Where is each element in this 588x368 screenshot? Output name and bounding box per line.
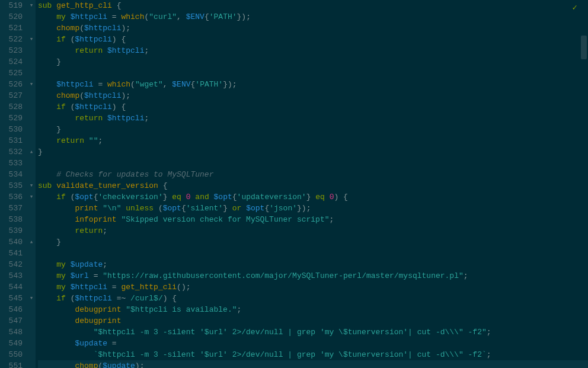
code-line[interactable]: return; — [38, 225, 588, 236]
code-line[interactable]: my $update; — [38, 259, 588, 270]
code-line[interactable] — [38, 248, 588, 259]
line-number: 524 — [0, 56, 23, 68]
fold-marker[interactable]: ▾ — [27, 293, 36, 304]
code-line[interactable]: debugprint — [38, 315, 588, 327]
code-line[interactable]: if ($opt{'checkversion'} eq 0 and $opt{'… — [38, 191, 588, 203]
fold-marker[interactable]: ▾ — [27, 180, 36, 191]
line-number: 525 — [0, 68, 23, 79]
line-number: 547 — [0, 315, 23, 327]
fold-marker — [27, 169, 36, 180]
line-number: 536 — [0, 191, 23, 203]
code-line[interactable]: if ($httpcli) { — [38, 101, 588, 113]
code-line[interactable]: chomp($httpcli); — [38, 90, 588, 101]
line-number: 527 — [0, 90, 23, 101]
line-number: 529 — [0, 113, 23, 124]
line-number: 545 — [0, 293, 23, 304]
code-line[interactable]: print "\n" unless ($opt{'silent'} or $op… — [38, 203, 588, 214]
fold-marker — [27, 158, 36, 169]
fold-marker[interactable]: ▴ — [27, 146, 36, 158]
status-ok-icon: ✓ — [573, 2, 577, 12]
code-editor[interactable]: 5195205215225235245255265275285295305315… — [0, 0, 588, 368]
line-number: 532 — [0, 146, 23, 158]
fold-marker[interactable]: ▾ — [27, 79, 36, 90]
fold-marker[interactable]: ▾ — [27, 191, 36, 203]
line-number-gutter: 5195205215225235245255265275285295305315… — [0, 0, 27, 368]
code-line[interactable]: $update = — [38, 338, 588, 349]
code-line[interactable]: chomp($httpcli); — [38, 23, 588, 34]
line-number: 520 — [0, 11, 23, 23]
code-line[interactable]: return ""; — [38, 135, 588, 146]
code-line[interactable]: sub get_http_cli { — [38, 0, 588, 11]
line-number: 533 — [0, 158, 23, 169]
line-number: 531 — [0, 135, 23, 146]
code-line[interactable]: debugprint "$httpcli is available."; — [38, 304, 588, 315]
code-line[interactable]: sub validate_tuner_version { — [38, 180, 588, 191]
line-number: 534 — [0, 169, 23, 180]
code-line[interactable]: "$httpcli -m 3 -silent '$url' 2>/dev/nul… — [38, 327, 588, 338]
line-number: 539 — [0, 225, 23, 236]
code-line[interactable]: } — [38, 56, 588, 68]
code-line[interactable]: `$httpcli -m 3 -silent '$url' 2>/dev/nul… — [38, 349, 588, 360]
fold-marker — [27, 113, 36, 124]
fold-marker — [27, 225, 36, 236]
line-number: 550 — [0, 349, 23, 360]
fold-marker[interactable]: ▾ — [27, 34, 36, 45]
fold-marker — [27, 90, 36, 101]
fold-marker — [27, 259, 36, 270]
line-number: 537 — [0, 203, 23, 214]
fold-marker — [27, 45, 36, 56]
line-number: 526 — [0, 79, 23, 90]
code-area[interactable]: sub get_http_cli { my $httpcli = which("… — [36, 0, 588, 368]
code-line[interactable]: infoprint "Skipped version check for MyS… — [38, 214, 588, 225]
code-line[interactable]: return $httpcli; — [38, 113, 588, 124]
vertical-scrollbar[interactable] — [581, 36, 587, 59]
fold-marker — [27, 360, 36, 368]
fold-marker — [27, 11, 36, 23]
fold-marker — [27, 270, 36, 281]
line-number: 530 — [0, 124, 23, 135]
line-number: 549 — [0, 338, 23, 349]
fold-marker[interactable]: ▴ — [27, 236, 36, 248]
line-number: 544 — [0, 281, 23, 293]
fold-marker — [27, 214, 36, 225]
line-number: 521 — [0, 23, 23, 34]
line-number: 548 — [0, 327, 23, 338]
line-number: 546 — [0, 304, 23, 315]
fold-marker — [27, 304, 36, 315]
fold-marker — [27, 68, 36, 79]
line-number: 538 — [0, 214, 23, 225]
code-line[interactable]: if ($httpcli =~ /curl$/) { — [38, 293, 588, 304]
fold-marker — [27, 203, 36, 214]
code-line[interactable]: $httpcli = which("wget", $ENV{'PATH'}); — [38, 79, 588, 90]
line-number: 528 — [0, 101, 23, 113]
fold-marker — [27, 327, 36, 338]
code-line[interactable]: } — [38, 236, 588, 248]
code-line[interactable]: return $httpcli; — [38, 45, 588, 56]
line-number: 535 — [0, 180, 23, 191]
code-line[interactable] — [38, 158, 588, 169]
fold-marker — [27, 315, 36, 327]
fold-marker — [27, 281, 36, 293]
fold-marker — [27, 338, 36, 349]
code-line[interactable] — [38, 68, 588, 79]
code-line[interactable]: } — [38, 124, 588, 135]
line-number: 551 — [0, 360, 23, 368]
line-number: 523 — [0, 45, 23, 56]
code-line[interactable]: my $httpcli = get_http_cli(); — [38, 281, 588, 293]
fold-marker[interactable]: ▾ — [27, 0, 36, 11]
line-number: 519 — [0, 0, 23, 11]
code-line[interactable]: chomp($update); — [38, 360, 588, 368]
line-number: 542 — [0, 259, 23, 270]
fold-marker — [27, 101, 36, 113]
fold-marker — [27, 23, 36, 34]
line-number: 541 — [0, 248, 23, 259]
fold-column[interactable]: ▾▾▾▴▾▾▴▾ — [27, 0, 36, 368]
fold-marker — [27, 349, 36, 360]
line-number: 522 — [0, 34, 23, 45]
code-line[interactable]: my $url = "https://raw.githubusercontent… — [38, 270, 588, 281]
code-line[interactable]: my $httpcli = which("curl", $ENV{'PATH'}… — [38, 11, 588, 23]
fold-marker — [27, 124, 36, 135]
code-line[interactable]: # Checks for updates to MySQLTuner — [38, 169, 588, 180]
code-line[interactable]: if ($httpcli) { — [38, 34, 588, 45]
code-line[interactable]: } — [38, 146, 588, 158]
